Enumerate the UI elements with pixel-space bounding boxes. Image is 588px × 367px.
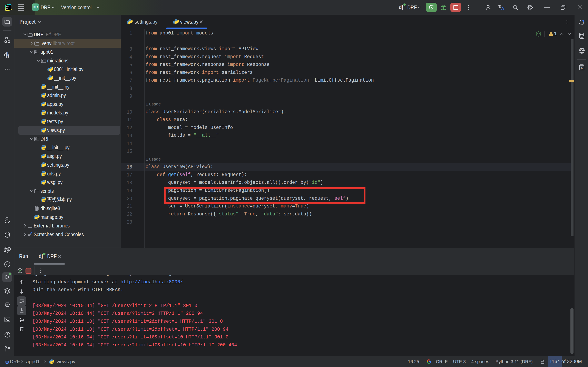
svg-text:X: X (580, 48, 583, 53)
svg-text:PC: PC (6, 6, 9, 8)
svg-text:A: A (581, 67, 583, 70)
